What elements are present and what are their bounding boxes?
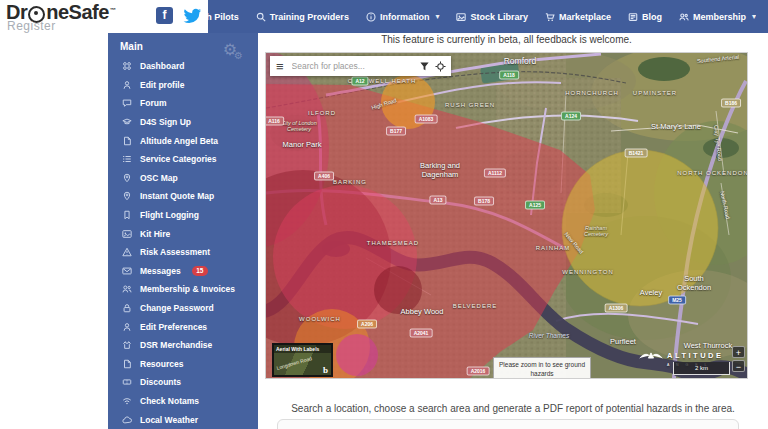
nav-item-label: Blog	[642, 12, 662, 22]
locate-icon[interactable]	[435, 61, 446, 72]
road-badge-a13: A13	[429, 196, 446, 205]
road-badge-b178: B178	[474, 197, 494, 206]
sidebar-item-instant-quote-map[interactable]: Instant Quote Map	[108, 187, 258, 206]
sidebar-item-label: DSR Merchandise	[140, 340, 212, 350]
dashboard-icon	[122, 61, 132, 71]
nav-item-marketplace[interactable]: Marketplace	[545, 12, 611, 22]
road-badge-a406: A406	[314, 172, 334, 181]
sidebar-item-label: Kit Hire	[140, 229, 170, 239]
sidebar-item-label: Dashboard	[140, 61, 184, 71]
beta-notice: This feature is currently in beta, all f…	[266, 34, 747, 45]
road-badge-a116: A116	[266, 117, 284, 126]
zoom-in-button[interactable]: +	[732, 346, 745, 358]
gear-icon: ⚙⚙	[223, 42, 246, 58]
trademark: ™	[110, 7, 116, 13]
sidebar-item-label: Change Password	[140, 303, 214, 313]
sidebar-item-check-notams[interactable]: Check Notams	[108, 392, 258, 411]
logo-box: DrneSafe™ Register f	[0, 0, 208, 33]
nav-item-label: Marketplace	[559, 12, 611, 22]
road-badge-b1421: B1421	[625, 149, 648, 158]
map-canvas	[266, 53, 747, 378]
layer-selector[interactable]: Aerial With Labels Longdown Road b	[272, 343, 333, 377]
news-icon	[628, 12, 638, 22]
sidebar-item-osc-map[interactable]: OSC Map	[108, 169, 258, 188]
search-icon	[256, 12, 266, 22]
chevron-down-icon: ▾	[435, 12, 439, 21]
nav-item-training-providers[interactable]: Training Providers	[256, 12, 349, 22]
sidebar-item-label: Edit Preferences	[140, 322, 207, 332]
road-badge-a2016: A2016	[467, 367, 490, 376]
sidebar-item-flight-logging[interactable]: Flight Logging	[108, 206, 258, 225]
sidebar-item-label: Check Notams	[140, 396, 199, 406]
users-icon	[679, 12, 689, 22]
sidebar-item-dsr-merchandise[interactable]: DSR Merchandise	[108, 336, 258, 355]
search-input[interactable]	[290, 60, 419, 72]
sidebar-item-label: Membership & Invoices	[140, 284, 235, 294]
filter-icon[interactable]	[419, 61, 430, 72]
wifi-icon	[122, 396, 132, 406]
sidebar-item-edit-preferences[interactable]: Edit Preferences	[108, 317, 258, 336]
sidebar-item-label: OSC Map	[140, 173, 178, 183]
zoom-out-button[interactable]: −	[732, 360, 745, 372]
road-badge-a118: A118	[499, 71, 519, 80]
sidebar-item-label: Local Weather	[140, 415, 198, 425]
hazard-map[interactable]: RomfordRUSH GREENCHADWELL HEATHSouthend …	[266, 53, 747, 378]
sidebar-title: Main	[120, 41, 143, 52]
envelope-icon	[122, 266, 132, 276]
nav-item-blog[interactable]: Blog	[628, 12, 662, 22]
shirt-icon	[122, 340, 132, 350]
sidebar-item-label: Messages	[140, 266, 181, 276]
users-icon	[122, 284, 132, 294]
nav-item-membership[interactable]: Membership▾	[679, 12, 756, 22]
map-footer-text: Search a location, choose a search area …	[258, 403, 768, 414]
sidebar-item-edit-profile[interactable]: Edit profile	[108, 76, 258, 95]
cloud-icon	[122, 415, 132, 425]
brand-register: Register	[7, 19, 56, 33]
road-badge-a1112: A1112	[484, 169, 506, 178]
image-icon	[456, 12, 466, 22]
sidebar-item-kit-hire[interactable]: Kit Hire	[108, 224, 258, 243]
sidebar-item-altitude-angel-beta[interactable]: Altitude Angel Beta	[108, 131, 258, 150]
nav-item-label: Membership	[693, 12, 746, 22]
bing-logo: b	[323, 365, 328, 375]
list-icon	[122, 154, 132, 164]
file-icon	[122, 359, 132, 369]
sidebar-item-d4s-sign-up[interactable]: D4S Sign Up	[108, 113, 258, 132]
search-panel-partial[interactable]	[277, 419, 739, 429]
tag-icon	[122, 377, 132, 387]
sidebar-item-label: Service Categories	[140, 154, 217, 164]
sidebar-item-label: Resources	[140, 359, 183, 369]
road-badge-b186: B186	[721, 99, 741, 108]
user-icon	[122, 322, 132, 332]
sidebar-item-membership-invoices[interactable]: Membership & Invoices	[108, 280, 258, 299]
sidebar-item-forum[interactable]: Forum	[108, 94, 258, 113]
hazard-dark-blob	[374, 266, 422, 314]
info-icon	[366, 12, 376, 22]
map-search-box: ≡	[270, 56, 451, 76]
twitter-icon[interactable]	[183, 8, 202, 24]
facebook-icon[interactable]: f	[156, 7, 173, 24]
bookmark-icon	[122, 210, 132, 220]
sidebar-item-change-password[interactable]: Change Password	[108, 299, 258, 318]
sidebar-item-discounts[interactable]: Discounts	[108, 373, 258, 392]
nav-item-information[interactable]: Information▾	[366, 12, 440, 22]
sidebar-item-messages[interactable]: Messages15	[108, 262, 258, 281]
warning-icon	[122, 247, 132, 257]
sidebar: Main ⚙⚙ DashboardEdit profileForumD4S Si…	[108, 33, 258, 429]
nav-item-label: Training Providers	[270, 12, 349, 22]
top-navbar: HomeSearch PilotsTraining ProvidersInfor…	[208, 0, 768, 33]
menu-icon[interactable]: ≡	[270, 60, 290, 73]
pin-icon	[122, 173, 132, 183]
sidebar-item-risk-assessment[interactable]: Risk Assessment	[108, 243, 258, 262]
road-badge-a2041: A2041	[410, 329, 433, 338]
nav-item-stock-library[interactable]: Stock Library	[456, 12, 528, 22]
layer-label: Aerial With Labels	[274, 345, 331, 353]
wings-icon	[638, 350, 664, 361]
sidebar-item-label: D4S Sign Up	[140, 117, 191, 127]
sidebar-item-resources[interactable]: Resources	[108, 355, 258, 374]
road-badge-a1306: A1306	[605, 304, 628, 313]
cart-icon	[545, 12, 555, 22]
sidebar-item-service-categories[interactable]: Service Categories	[108, 150, 258, 169]
sidebar-item-local-weather[interactable]: Local Weather	[108, 410, 258, 429]
layer-road-label: Longdown Road	[276, 355, 313, 371]
